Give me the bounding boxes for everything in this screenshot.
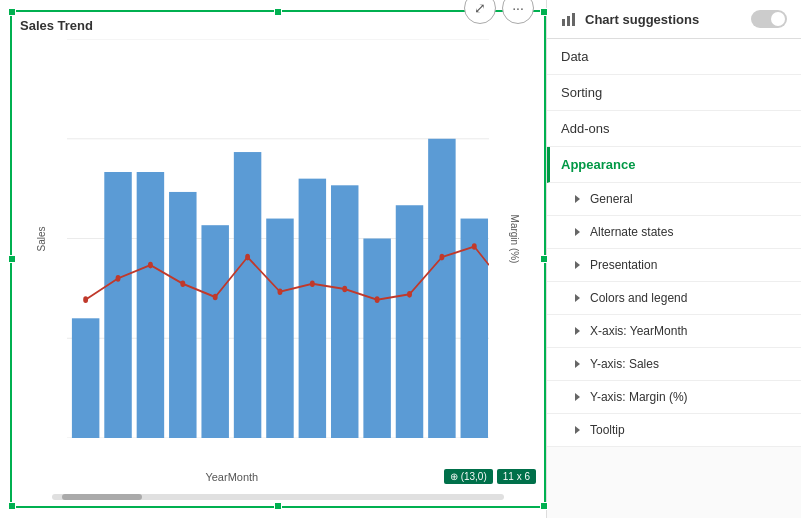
svg-point-39 <box>83 296 88 303</box>
submenu-colors-legend[interactable]: Colors and legend <box>547 282 801 315</box>
chart-toolbar: ⤢ ··· <box>464 0 534 24</box>
svg-point-51 <box>472 243 477 250</box>
size-badge: 11 x 6 <box>497 469 536 484</box>
panel-title-text: Chart suggestions <box>585 12 699 27</box>
panel-header-title: Chart suggestions <box>561 11 699 27</box>
menu-appearance[interactable]: Appearance <box>547 147 801 183</box>
handle-tc[interactable] <box>274 8 282 16</box>
svg-point-48 <box>375 296 380 303</box>
svg-point-40 <box>116 275 121 282</box>
handle-ml[interactable] <box>8 255 16 263</box>
menu-addons[interactable]: Add-ons <box>547 111 801 147</box>
right-panel: Chart suggestions Data Sorting Add-ons A… <box>546 0 801 518</box>
chevron-tooltip-icon <box>575 426 580 434</box>
chart-suggestions-icon <box>561 11 577 27</box>
svg-point-45 <box>278 288 283 295</box>
svg-rect-18 <box>234 152 261 438</box>
handle-bl[interactable] <box>8 502 16 510</box>
chevron-alternate-icon <box>575 228 580 236</box>
svg-rect-16 <box>169 192 196 438</box>
svg-rect-25 <box>461 219 488 438</box>
expand-button[interactable]: ⤢ <box>464 0 496 24</box>
submenu-tooltip[interactable]: Tooltip <box>547 414 801 447</box>
svg-rect-23 <box>396 205 423 438</box>
chevron-yaxis-margin-icon <box>575 393 580 401</box>
handle-bc[interactable] <box>274 502 282 510</box>
chevron-general-icon <box>575 195 580 203</box>
chevron-colors-icon <box>575 294 580 302</box>
svg-rect-20 <box>299 179 326 438</box>
handle-tr[interactable] <box>540 8 548 16</box>
chart-container: ⤢ ··· Sales Trend Sales Margin (%) 6M 4M… <box>10 10 546 508</box>
svg-point-43 <box>213 294 218 301</box>
chevron-xaxis-icon <box>575 327 580 335</box>
scrollbar-thumb[interactable] <box>62 494 142 500</box>
menu-sorting[interactable]: Sorting <box>547 75 801 111</box>
svg-point-50 <box>439 254 444 261</box>
panel-menu: Data Sorting Add-ons Appearance General … <box>547 39 801 518</box>
svg-point-46 <box>310 280 315 287</box>
svg-rect-15 <box>137 172 164 438</box>
submenu-y-axis-margin[interactable]: Y-axis: Margin (%) <box>547 381 801 414</box>
more-button[interactable]: ··· <box>502 0 534 24</box>
svg-rect-19 <box>266 219 293 438</box>
submenu-x-axis[interactable]: X-axis: YearMonth <box>547 315 801 348</box>
svg-rect-14 <box>104 172 131 438</box>
svg-point-49 <box>407 291 412 298</box>
submenu-presentation[interactable]: Presentation <box>547 249 801 282</box>
svg-point-44 <box>245 254 250 261</box>
x-axis-label: YearMonth <box>20 471 444 483</box>
menu-data[interactable]: Data <box>547 39 801 75</box>
svg-rect-53 <box>567 16 570 26</box>
handle-tl[interactable] <box>8 8 16 16</box>
panel-header: Chart suggestions <box>547 0 801 39</box>
svg-point-41 <box>148 262 153 269</box>
info-badge: ⊕(13,0) <box>444 469 493 484</box>
handle-br[interactable] <box>540 502 548 510</box>
svg-rect-52 <box>562 19 565 26</box>
svg-point-47 <box>342 286 347 293</box>
svg-rect-13 <box>72 318 99 438</box>
submenu-alternate-states[interactable]: Alternate states <box>547 216 801 249</box>
svg-rect-21 <box>331 185 358 438</box>
svg-point-42 <box>180 280 185 287</box>
submenu-y-axis-sales[interactable]: Y-axis: Sales <box>547 348 801 381</box>
svg-rect-24 <box>428 139 455 438</box>
chart-svg: 6M 4M 2M 0 50 45 40 35 <box>67 39 489 438</box>
chevron-yaxis-sales-icon <box>575 360 580 368</box>
y-axis-right-label: Margin (%) <box>509 214 520 263</box>
submenu-general[interactable]: General <box>547 183 801 216</box>
handle-mr[interactable] <box>540 255 548 263</box>
svg-rect-22 <box>363 239 390 439</box>
chart-suggestions-toggle[interactable] <box>751 10 787 28</box>
scrollbar-track[interactable] <box>52 494 504 500</box>
svg-rect-54 <box>572 13 575 26</box>
svg-rect-17 <box>201 225 228 438</box>
chevron-presentation-icon <box>575 261 580 269</box>
y-axis-left-label: Sales <box>36 226 47 251</box>
